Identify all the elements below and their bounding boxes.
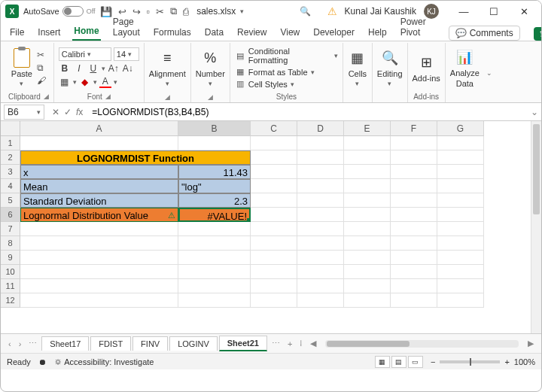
tab-power-pivot[interactable]: Power Pivot [399, 14, 428, 41]
alignment-launcher-icon[interactable]: ◢ [165, 93, 170, 101]
col-header-g[interactable]: G [437, 121, 484, 136]
tab-review[interactable]: Review [236, 24, 268, 41]
sheet-nav-right-icon[interactable]: › [16, 339, 25, 348]
enter-formula-icon[interactable]: ✓ [64, 107, 72, 117]
autosave-toggle[interactable]: AutoSave Off [23, 6, 96, 17]
sheet-nav-more-icon[interactable]: ⋯ [26, 339, 40, 348]
page-break-view-button[interactable]: ▭ [408, 356, 423, 368]
name-box[interactable]: B6 ▾ [4, 105, 44, 120]
font-name-combo[interactable]: Calibri▾ [59, 47, 111, 61]
sheet-tab[interactable]: LOGINV [169, 336, 218, 351]
cell-styles-button[interactable]: ▥Cell Styles ▾ [235, 79, 338, 89]
row-header[interactable]: 7 [1, 222, 20, 236]
sheet-tab[interactable]: FINV [132, 336, 168, 351]
zoom-control[interactable]: − + 100% [431, 357, 535, 366]
page-layout-view-button[interactable]: ▤ [391, 356, 406, 368]
paste-button[interactable]: Paste ▾ [11, 48, 32, 87]
cell-b6-selected[interactable]: #VALUE! [178, 208, 251, 222]
cell-b4[interactable]: "log" [178, 179, 251, 193]
minimize-button[interactable]: — [451, 6, 477, 17]
select-all-corner[interactable] [1, 121, 20, 136]
cell-a4[interactable]: Mean [20, 179, 178, 193]
selection-handle[interactable] [247, 218, 251, 222]
bold-button[interactable]: B [59, 63, 71, 74]
col-header-d[interactable]: D [297, 121, 344, 136]
tab-file[interactable]: File [8, 24, 26, 41]
number-launcher-icon[interactable]: ◢ [208, 93, 213, 101]
tab-insert[interactable]: Insert [36, 24, 62, 41]
tab-page-layout[interactable]: Page Layout [111, 14, 142, 41]
spreadsheet-grid[interactable]: A B C D E F G 1 2 3 4 5 6 7 8 9 10 11 12… [1, 121, 541, 333]
error-indicator-icon[interactable]: ⚠ [168, 208, 175, 222]
name-box-chevron-icon[interactable]: ▾ [37, 108, 41, 116]
cancel-formula-icon[interactable]: ✕ [52, 107, 59, 117]
editing-button[interactable]: 🔍 Editing▾ [377, 48, 403, 87]
sheet-tab[interactable]: FDIST [90, 336, 131, 351]
fill-color-button[interactable]: ◆ [79, 77, 91, 87]
sheet-overflow-icon[interactable]: ⋯ [269, 339, 283, 348]
col-header-a[interactable]: A [20, 121, 178, 136]
alignment-button[interactable]: ≡ Alignment ▾ [149, 48, 186, 87]
fx-icon[interactable]: fx [76, 107, 83, 117]
cell-a3[interactable]: x [20, 165, 178, 179]
scroll-thumb[interactable] [533, 124, 540, 214]
row-header[interactable]: 6 [1, 208, 20, 222]
share-button[interactable]: ⇪ [534, 27, 542, 41]
col-header-c[interactable]: C [251, 121, 297, 136]
italic-button[interactable]: I [73, 63, 85, 74]
row-header[interactable]: 1 [1, 136, 20, 150]
analyze-data-button[interactable]: 📊 Analyze Data [450, 47, 480, 88]
formula-input[interactable] [87, 105, 528, 119]
tab-data[interactable]: Data [203, 24, 225, 41]
zoom-out-button[interactable]: − [431, 357, 435, 366]
close-button[interactable]: ✕ [511, 6, 537, 17]
accessibility-status[interactable]: ⛭ Accessibility: Investigate [54, 357, 154, 366]
row-header[interactable]: 11 [1, 279, 20, 293]
row-header[interactable]: 3 [1, 165, 20, 179]
cell-b3[interactable]: 11.43 [178, 165, 251, 179]
search-icon[interactable]: 🔍 [300, 6, 311, 17]
cell-a5[interactable]: Standard Deviation [20, 193, 178, 208]
increase-font-icon[interactable]: A↑ [108, 63, 120, 74]
format-painter-icon[interactable]: 🖌 [37, 75, 46, 86]
expand-formula-bar-icon[interactable]: ⌄ [528, 107, 541, 117]
row-header[interactable]: 5 [1, 193, 20, 208]
font-color-button[interactable]: A [99, 76, 111, 88]
tab-formulas[interactable]: Formulas [152, 24, 193, 41]
tab-developer[interactable]: Developer [312, 24, 356, 41]
cell-title[interactable]: LOGNORMDIST Function [20, 150, 251, 165]
zoom-level[interactable]: 100% [514, 357, 535, 366]
new-icon[interactable]: ▫ [147, 6, 151, 17]
format-as-table-button[interactable]: ▦Format as Table ▾ [235, 67, 338, 77]
font-launcher-icon[interactable]: ◢ [105, 93, 111, 101]
collapse-ribbon-icon[interactable]: ⌄ [486, 69, 492, 77]
scroll-left-icon[interactable]: ◀ [307, 339, 319, 348]
cells-button[interactable]: ▦ Cells▾ [348, 48, 367, 87]
normal-view-button[interactable]: ▦ [375, 356, 390, 368]
font-size-combo[interactable]: 14▾ [114, 47, 139, 61]
row-header[interactable]: 10 [1, 265, 20, 279]
row-header[interactable]: 9 [1, 251, 20, 265]
number-button[interactable]: % Number ▾ [196, 48, 225, 87]
row-header[interactable]: 12 [1, 293, 20, 308]
row-header[interactable]: 8 [1, 236, 20, 251]
cells-area[interactable]: LOGNORMDIST Function x11.43 Mean"log" St… [20, 136, 531, 333]
vertical-scrollbar[interactable] [531, 121, 541, 333]
comments-button[interactable]: 💬 Comments [449, 26, 520, 41]
tab-help[interactable]: Help [367, 24, 388, 41]
clipboard-launcher-icon[interactable]: ◢ [44, 93, 49, 101]
sheet-tab[interactable]: Sheet17 [41, 336, 89, 351]
conditional-formatting-button[interactable]: ▤Conditional Formatting ▾ [235, 47, 338, 65]
underline-button[interactable]: U [87, 63, 99, 74]
cut-icon[interactable]: ✂ [37, 50, 46, 60]
col-header-f[interactable]: F [391, 121, 437, 136]
scroll-right-icon[interactable]: ▶ [525, 339, 537, 348]
cell-b5[interactable]: 2.3 [178, 193, 251, 208]
zoom-in-button[interactable]: + [504, 357, 509, 366]
cut-icon[interactable]: ✂ [156, 6, 164, 17]
zoom-slider[interactable] [440, 360, 500, 363]
hscroll-thumb[interactable] [327, 341, 410, 347]
sheet-nav-left-icon[interactable]: ‹ [5, 339, 14, 348]
col-header-e[interactable]: E [344, 121, 391, 136]
row-header[interactable]: 4 [1, 179, 20, 193]
